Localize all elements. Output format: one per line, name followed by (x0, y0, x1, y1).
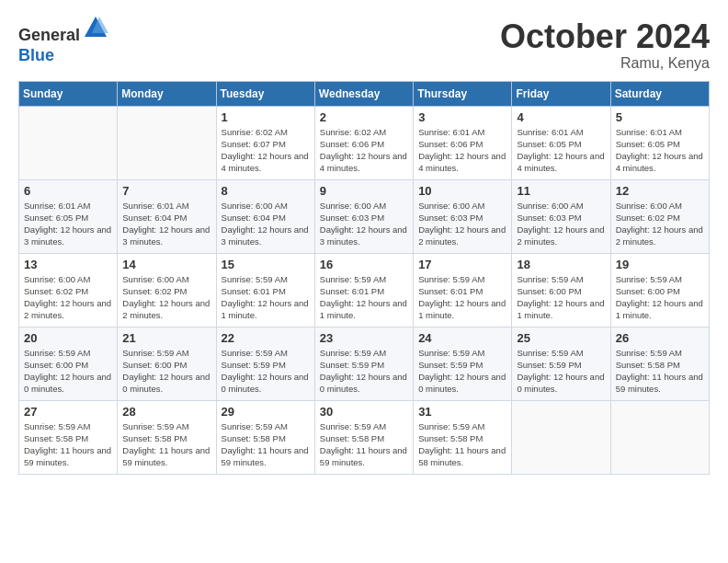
day-detail: Sunrise: 6:00 AM Sunset: 6:02 PM Dayligh… (24, 273, 112, 322)
day-number: 7 (122, 184, 210, 198)
day-detail: Sunrise: 5:59 AM Sunset: 6:00 PM Dayligh… (616, 273, 704, 322)
day-cell: 21Sunrise: 5:59 AM Sunset: 6:00 PM Dayli… (118, 327, 216, 400)
column-header-friday: Friday (512, 81, 610, 106)
day-detail: Sunrise: 6:00 AM Sunset: 6:02 PM Dayligh… (122, 273, 210, 322)
day-number: 16 (320, 258, 408, 271)
day-detail: Sunrise: 5:59 AM Sunset: 6:00 PM Dayligh… (24, 347, 112, 396)
day-cell: 25Sunrise: 5:59 AM Sunset: 5:59 PM Dayli… (512, 327, 610, 400)
day-detail: Sunrise: 5:59 AM Sunset: 6:00 PM Dayligh… (517, 273, 605, 322)
day-number: 3 (418, 110, 506, 124)
day-cell: 14Sunrise: 6:00 AM Sunset: 6:02 PM Dayli… (118, 253, 216, 327)
day-detail: Sunrise: 6:01 AM Sunset: 6:05 PM Dayligh… (616, 126, 704, 175)
calendar-table: SundayMondayTuesdayWednesdayThursdayFrid… (18, 81, 710, 475)
day-number: 4 (517, 110, 605, 124)
day-cell: 6Sunrise: 6:01 AM Sunset: 6:05 PM Daylig… (19, 179, 118, 253)
day-cell: 19Sunrise: 5:59 AM Sunset: 6:00 PM Dayli… (610, 253, 709, 327)
week-row-5: 27Sunrise: 5:59 AM Sunset: 5:58 PM Dayli… (19, 400, 710, 474)
day-cell: 13Sunrise: 6:00 AM Sunset: 6:02 PM Dayli… (19, 253, 118, 327)
day-cell (610, 400, 709, 474)
day-number: 30 (320, 405, 408, 419)
day-number: 1 (222, 110, 310, 124)
day-detail: Sunrise: 6:01 AM Sunset: 6:04 PM Dayligh… (122, 200, 210, 248)
day-number: 18 (517, 258, 605, 271)
day-detail: Sunrise: 5:59 AM Sunset: 5:59 PM Dayligh… (222, 347, 310, 396)
calendar-header: SundayMondayTuesdayWednesdayThursdayFrid… (19, 81, 710, 106)
day-detail: Sunrise: 5:59 AM Sunset: 6:01 PM Dayligh… (222, 273, 310, 322)
day-number: 26 (616, 331, 704, 345)
day-cell: 17Sunrise: 5:59 AM Sunset: 6:01 PM Dayli… (414, 253, 512, 327)
day-cell: 7Sunrise: 6:01 AM Sunset: 6:04 PM Daylig… (118, 179, 216, 253)
day-detail: Sunrise: 6:00 AM Sunset: 6:03 PM Dayligh… (320, 200, 408, 248)
day-number: 10 (418, 184, 506, 198)
day-number: 6 (24, 184, 112, 198)
logo-icon (83, 15, 108, 40)
location-subtitle: Ramu, Kenya (500, 55, 710, 72)
day-cell: 4Sunrise: 6:01 AM Sunset: 6:05 PM Daylig… (512, 106, 610, 179)
day-number: 31 (418, 405, 506, 419)
day-detail: Sunrise: 5:59 AM Sunset: 6:00 PM Dayligh… (122, 347, 210, 396)
day-number: 12 (616, 184, 704, 198)
day-number: 27 (24, 405, 112, 419)
day-detail: Sunrise: 6:01 AM Sunset: 6:05 PM Dayligh… (517, 126, 605, 175)
day-number: 21 (122, 331, 210, 345)
day-detail: Sunrise: 5:59 AM Sunset: 5:58 PM Dayligh… (24, 420, 112, 469)
day-cell: 5Sunrise: 6:01 AM Sunset: 6:05 PM Daylig… (610, 106, 709, 179)
logo-blue: Blue (18, 46, 54, 64)
day-number: 11 (517, 184, 605, 198)
day-detail: Sunrise: 6:02 AM Sunset: 6:06 PM Dayligh… (320, 126, 408, 175)
day-detail: Sunrise: 6:02 AM Sunset: 6:07 PM Dayligh… (222, 126, 310, 175)
day-detail: Sunrise: 5:59 AM Sunset: 5:58 PM Dayligh… (418, 420, 506, 469)
day-number: 25 (517, 331, 605, 345)
day-detail: Sunrise: 5:59 AM Sunset: 6:01 PM Dayligh… (418, 273, 506, 322)
day-number: 22 (222, 331, 310, 345)
day-detail: Sunrise: 5:59 AM Sunset: 5:58 PM Dayligh… (320, 420, 408, 469)
column-header-wednesday: Wednesday (314, 81, 413, 106)
day-cell: 2Sunrise: 6:02 AM Sunset: 6:06 PM Daylig… (314, 106, 413, 179)
month-title: October 2024 (500, 18, 710, 55)
logo-text: General Blue (18, 18, 108, 65)
column-header-thursday: Thursday (414, 81, 512, 106)
day-cell (118, 106, 216, 179)
day-number: 24 (418, 331, 506, 345)
day-number: 28 (122, 405, 210, 419)
column-header-saturday: Saturday (610, 81, 709, 106)
day-number: 9 (320, 184, 408, 198)
week-row-2: 6Sunrise: 6:01 AM Sunset: 6:05 PM Daylig… (19, 179, 710, 253)
day-number: 14 (122, 258, 210, 271)
day-cell: 18Sunrise: 5:59 AM Sunset: 6:00 PM Dayli… (512, 253, 610, 327)
day-detail: Sunrise: 6:01 AM Sunset: 6:06 PM Dayligh… (418, 126, 506, 175)
day-detail: Sunrise: 5:59 AM Sunset: 5:58 PM Dayligh… (616, 347, 704, 396)
day-number: 8 (222, 184, 310, 198)
page-header: General Blue October 2024 Ramu, Kenya (18, 18, 710, 72)
title-area: October 2024 Ramu, Kenya (500, 18, 710, 72)
day-cell: 9Sunrise: 6:00 AM Sunset: 6:03 PM Daylig… (314, 179, 413, 253)
day-detail: Sunrise: 5:59 AM Sunset: 5:58 PM Dayligh… (222, 420, 310, 469)
day-number: 19 (616, 258, 704, 271)
day-number: 15 (222, 258, 310, 271)
week-row-1: 1Sunrise: 6:02 AM Sunset: 6:07 PM Daylig… (19, 106, 710, 179)
day-number: 13 (24, 258, 112, 271)
day-detail: Sunrise: 5:59 AM Sunset: 5:59 PM Dayligh… (418, 347, 506, 396)
day-detail: Sunrise: 5:59 AM Sunset: 5:59 PM Dayligh… (517, 347, 605, 396)
day-cell: 10Sunrise: 6:00 AM Sunset: 6:03 PM Dayli… (414, 179, 512, 253)
column-header-sunday: Sunday (19, 81, 118, 106)
calendar-body: 1Sunrise: 6:02 AM Sunset: 6:07 PM Daylig… (19, 106, 710, 474)
column-header-tuesday: Tuesday (216, 81, 314, 106)
day-cell: 31Sunrise: 5:59 AM Sunset: 5:58 PM Dayli… (414, 400, 512, 474)
day-number: 17 (418, 258, 506, 271)
day-number: 23 (320, 331, 408, 345)
day-cell: 24Sunrise: 5:59 AM Sunset: 5:59 PM Dayli… (414, 327, 512, 400)
day-cell (19, 106, 118, 179)
day-number: 29 (222, 405, 310, 419)
day-cell: 28Sunrise: 5:59 AM Sunset: 5:58 PM Dayli… (118, 400, 216, 474)
logo: General Blue (18, 18, 108, 65)
day-cell: 27Sunrise: 5:59 AM Sunset: 5:58 PM Dayli… (19, 400, 118, 474)
day-cell: 30Sunrise: 5:59 AM Sunset: 5:58 PM Dayli… (314, 400, 413, 474)
day-cell: 1Sunrise: 6:02 AM Sunset: 6:07 PM Daylig… (216, 106, 314, 179)
day-detail: Sunrise: 6:00 AM Sunset: 6:03 PM Dayligh… (418, 200, 506, 248)
day-cell: 22Sunrise: 5:59 AM Sunset: 5:59 PM Dayli… (216, 327, 314, 400)
day-number: 2 (320, 110, 408, 124)
day-detail: Sunrise: 5:59 AM Sunset: 5:59 PM Dayligh… (320, 347, 408, 396)
day-cell: 3Sunrise: 6:01 AM Sunset: 6:06 PM Daylig… (414, 106, 512, 179)
day-cell (512, 400, 610, 474)
